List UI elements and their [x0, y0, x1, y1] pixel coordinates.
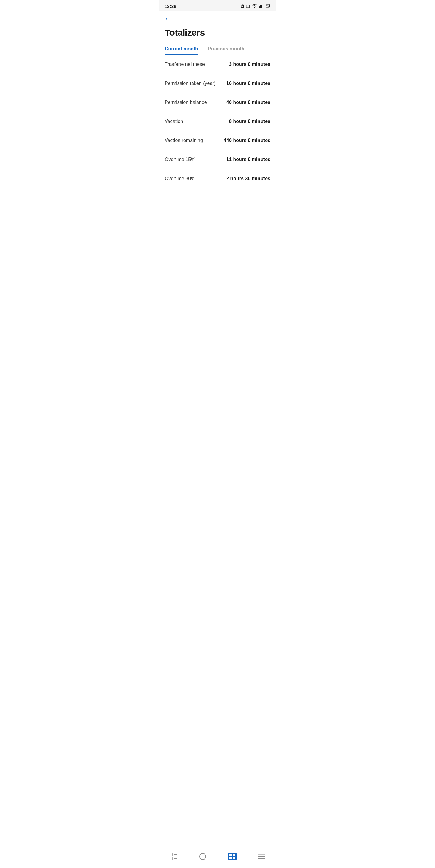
row-permission-balance-label: Permission balance: [165, 100, 207, 105]
row-overtime-15: Overtime 15% 11 hours 0 minutes: [165, 150, 270, 169]
row-trasferte-label: Trasferte nel mese: [165, 62, 205, 67]
nav-grid[interactable]: [223, 851, 241, 862]
svg-rect-7: [170, 857, 172, 860]
row-vacation: Vacation 8 hours 0 minutes: [165, 112, 270, 131]
svg-rect-2: [261, 4, 262, 8]
content-area: Trasferte nel mese 3 hours 0 minutes Per…: [159, 55, 276, 188]
svg-rect-0: [259, 6, 260, 8]
tab-current-month[interactable]: Current month: [165, 42, 198, 55]
svg-rect-16: [258, 854, 265, 855]
back-button-area: ←: [159, 11, 276, 25]
row-vacation-remaining-label: Vaction remaining: [165, 138, 203, 143]
row-overtime-30: Overtime 30% 2 hours 30 minutes: [165, 169, 270, 188]
svg-rect-17: [258, 856, 265, 857]
svg-rect-3: [263, 4, 263, 8]
svg-rect-14: [229, 857, 232, 859]
svg-rect-11: [228, 853, 237, 860]
row-vacation-remaining: Vaction remaining 440 hours 0 minutes: [165, 131, 270, 150]
svg-rect-13: [233, 854, 235, 856]
svg-rect-18: [258, 858, 265, 859]
row-vacation-value: 8 hours 0 minutes: [229, 119, 270, 124]
battery-icon: [266, 4, 270, 9]
nav-list[interactable]: [164, 851, 182, 862]
svg-rect-6: [170, 853, 172, 856]
nav-menu[interactable]: [253, 851, 271, 862]
status-icons: 🖼 ❑: [240, 4, 270, 9]
row-trasferte-value: 3 hours 0 minutes: [229, 62, 270, 67]
row-overtime-15-label: Overtime 15%: [165, 157, 195, 162]
photo-icon: 🖼: [240, 4, 244, 8]
bottom-nav: [159, 847, 276, 868]
row-permission-balance: Permission balance 40 hours 0 minutes: [165, 93, 270, 112]
tabs-container: Current month Previous month: [159, 42, 276, 55]
svg-rect-12: [229, 854, 232, 856]
row-overtime-15-value: 11 hours 0 minutes: [226, 157, 270, 162]
status-time: 12:28: [165, 4, 176, 9]
hamburger-icon: [257, 852, 266, 861]
active-grid-icon: [228, 852, 237, 861]
row-permission-taken: Permission taken (year) 16 hours 0 minut…: [165, 74, 270, 93]
svg-rect-1: [260, 5, 261, 8]
row-overtime-30-label: Overtime 30%: [165, 176, 195, 181]
signal-icon: [259, 4, 264, 9]
svg-rect-5: [270, 5, 270, 6]
status-bar: 12:28 🖼 ❑: [159, 0, 276, 11]
svg-rect-8: [174, 854, 177, 855]
svg-rect-9: [174, 858, 177, 859]
row-permission-balance-value: 40 hours 0 minutes: [226, 100, 270, 105]
row-trasferte: Trasferte nel mese 3 hours 0 minutes: [165, 55, 270, 74]
svg-rect-15: [233, 857, 235, 859]
back-button[interactable]: ←: [165, 15, 171, 23]
page-title: Totalizers: [165, 28, 270, 38]
svg-point-10: [200, 854, 206, 860]
row-permission-taken-label: Permission taken (year): [165, 81, 216, 86]
nav-home[interactable]: [194, 851, 212, 862]
page-header: Totalizers: [159, 25, 276, 42]
dropbox-icon: ❑: [246, 4, 250, 8]
wifi-icon: [252, 4, 257, 9]
row-vacation-remaining-value: 440 hours 0 minutes: [224, 138, 270, 143]
row-overtime-30-value: 2 hours 30 minutes: [226, 176, 270, 181]
circle-icon: [198, 852, 207, 861]
row-permission-taken-value: 16 hours 0 minutes: [226, 81, 270, 86]
list-boxes-icon: [169, 852, 178, 861]
tab-previous-month[interactable]: Previous month: [208, 42, 244, 55]
row-vacation-label: Vacation: [165, 119, 183, 124]
